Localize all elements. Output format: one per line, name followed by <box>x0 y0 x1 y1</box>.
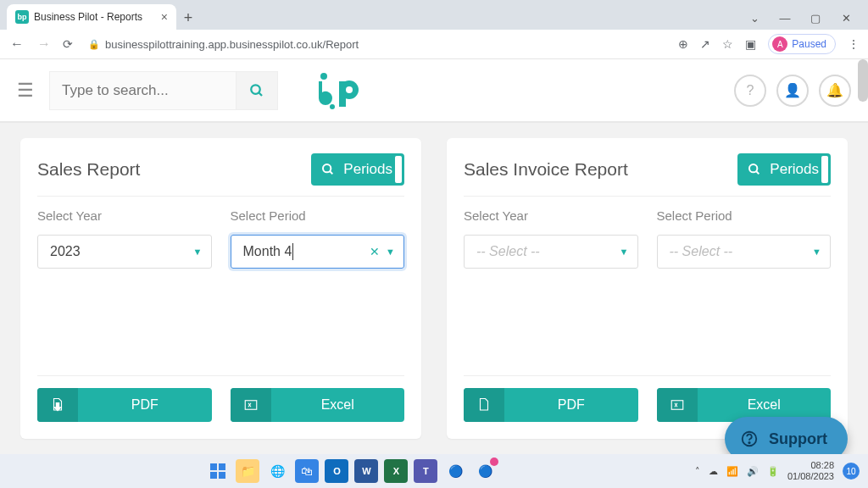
card-title: Sales Invoice Report <box>464 159 628 180</box>
battery-icon[interactable]: 🔋 <box>767 466 779 477</box>
scrollbar-thumb[interactable] <box>858 59 868 102</box>
profile-paused-badge[interactable]: A Paused <box>768 34 836 54</box>
question-icon: ? <box>747 83 754 98</box>
export-excel-button[interactable]: Excel <box>231 388 405 422</box>
svg-point-14 <box>748 442 749 443</box>
clear-icon[interactable]: ✕ <box>370 245 380 258</box>
close-window-icon[interactable]: ✕ <box>836 12 856 25</box>
chrome-icon[interactable]: 🔵 <box>443 459 467 483</box>
period-label: Select Period <box>231 208 405 223</box>
svg-line-11 <box>756 171 759 174</box>
onedrive-icon[interactable]: ☁ <box>709 466 718 477</box>
search-button[interactable] <box>236 71 278 110</box>
favicon: bp <box>15 10 29 24</box>
notifications-button[interactable]: 🔔 <box>819 75 851 107</box>
year-select[interactable]: -- Select -- ▼ <box>464 235 638 269</box>
pdf-icon <box>464 388 504 422</box>
svg-rect-17 <box>210 472 217 479</box>
outlook-icon[interactable]: O <box>325 459 348 483</box>
store-icon[interactable]: 🛍 <box>295 459 319 483</box>
share-icon[interactable]: ↗ <box>700 37 710 51</box>
chevron-down-icon: ▼ <box>386 247 395 257</box>
periods-label: Periods <box>770 161 819 178</box>
user-button[interactable]: 👤 <box>776 75 809 107</box>
svg-rect-18 <box>219 472 225 479</box>
pdf-label: PDF <box>504 397 638 413</box>
excel-label: Excel <box>698 397 832 413</box>
search-icon <box>249 83 264 98</box>
periods-button[interactable]: Periods <box>737 153 831 186</box>
search-input[interactable] <box>49 71 236 110</box>
excel-icon <box>231 388 271 422</box>
wifi-icon[interactable]: 📶 <box>726 466 738 477</box>
chevron-down-icon: ▼ <box>193 247 203 257</box>
back-icon[interactable]: ← <box>8 36 25 52</box>
bell-icon: 🔔 <box>826 82 843 98</box>
sales-report-card: Sales Report Periods Select Year 2023 ▼ … <box>20 138 421 439</box>
excel-icon[interactable]: X <box>384 459 408 483</box>
svg-rect-9 <box>245 401 257 410</box>
kebab-menu-icon[interactable]: ⋮ <box>848 37 860 51</box>
start-icon[interactable] <box>206 459 230 483</box>
svg-line-1 <box>259 92 262 96</box>
lock-icon: 🔒 <box>88 39 100 50</box>
pdf-icon <box>37 388 78 422</box>
maximize-icon[interactable]: ▢ <box>805 12 826 25</box>
export-pdf-button[interactable]: PDF <box>37 388 212 422</box>
chrome-active-icon[interactable]: 🔵 <box>473 459 497 483</box>
close-tab-icon[interactable]: × <box>161 10 168 24</box>
card-title: Sales Report <box>37 159 140 180</box>
svg-point-2 <box>320 73 327 80</box>
period-select[interactable]: Month 4 ✕ ▼ <box>231 235 405 269</box>
caret-down-icon[interactable]: ⌄ <box>744 12 765 25</box>
paused-label: Paused <box>792 38 826 50</box>
question-circle-icon <box>740 430 759 448</box>
volume-icon[interactable]: 🔊 <box>747 466 759 477</box>
periods-button[interactable]: Periods <box>311 153 404 186</box>
teams-icon[interactable]: T <box>414 459 437 483</box>
period-value: Month 4 <box>243 244 292 259</box>
svg-point-5 <box>346 86 353 93</box>
pdf-label: PDF <box>78 397 212 413</box>
app-header: ☰ ? 👤 🔔 <box>0 59 868 123</box>
svg-line-8 <box>330 171 332 174</box>
user-icon: 👤 <box>784 82 801 98</box>
edge-icon[interactable]: 🌐 <box>265 459 289 483</box>
search-icon <box>748 163 761 176</box>
bookmark-icon[interactable]: ☆ <box>722 37 733 51</box>
explorer-icon[interactable]: 📁 <box>236 459 259 483</box>
svg-point-10 <box>749 164 757 172</box>
logo[interactable] <box>314 69 364 112</box>
svg-point-0 <box>251 85 260 94</box>
browser-tab[interactable]: bp Business Pilot - Reports × <box>7 4 176 30</box>
year-value: 2023 <box>50 244 81 259</box>
periods-label: Periods <box>343 161 392 178</box>
address-bar[interactable]: 🔒 businesspilottraining.app.businesspilo… <box>88 38 359 51</box>
export-pdf-button[interactable]: PDF <box>464 388 638 422</box>
year-select[interactable]: 2023 ▼ <box>37 235 212 269</box>
clock[interactable]: 08:28 01/08/2023 <box>787 460 834 481</box>
notification-badge[interactable]: 10 <box>843 463 860 480</box>
hamburger-menu-icon[interactable]: ☰ <box>17 80 34 102</box>
period-placeholder: -- Select -- <box>670 244 733 259</box>
svg-rect-15 <box>210 463 217 470</box>
excel-label: Excel <box>271 397 405 413</box>
period-select[interactable]: -- Select -- ▼ <box>657 235 832 269</box>
period-label: Select Period <box>657 208 832 223</box>
help-button[interactable]: ? <box>734 75 766 107</box>
text-cursor <box>292 243 293 260</box>
zoom-icon[interactable]: ⊕ <box>678 37 688 51</box>
window-controls: ⌄ — ▢ ✕ <box>744 12 868 30</box>
svg-rect-16 <box>219 463 225 470</box>
profile-avatar: A <box>772 36 787 52</box>
new-tab-button[interactable]: + <box>176 6 200 30</box>
tray-chevron-icon[interactable]: ˄ <box>695 466 700 477</box>
word-icon[interactable]: W <box>354 459 378 483</box>
extensions-icon[interactable]: ▣ <box>745 37 756 51</box>
minimize-icon[interactable]: — <box>775 12 795 25</box>
svg-rect-12 <box>671 401 683 410</box>
tab-title: Business Pilot - Reports <box>34 11 142 23</box>
forward-icon[interactable]: → <box>36 36 53 52</box>
report-content: Sales Report Periods Select Year 2023 ▼ … <box>0 123 868 454</box>
reload-icon[interactable]: ⟳ <box>63 37 73 51</box>
